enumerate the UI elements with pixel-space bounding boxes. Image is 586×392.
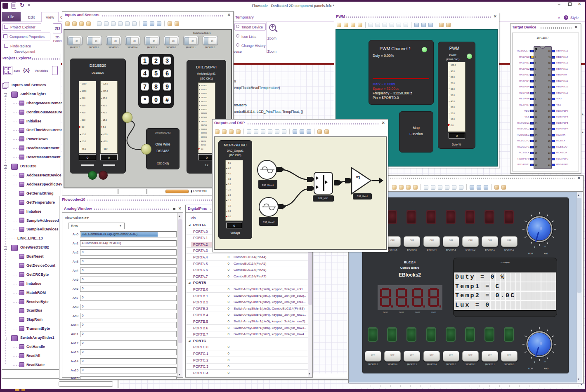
svg-text:*1: *1 (356, 175, 360, 180)
